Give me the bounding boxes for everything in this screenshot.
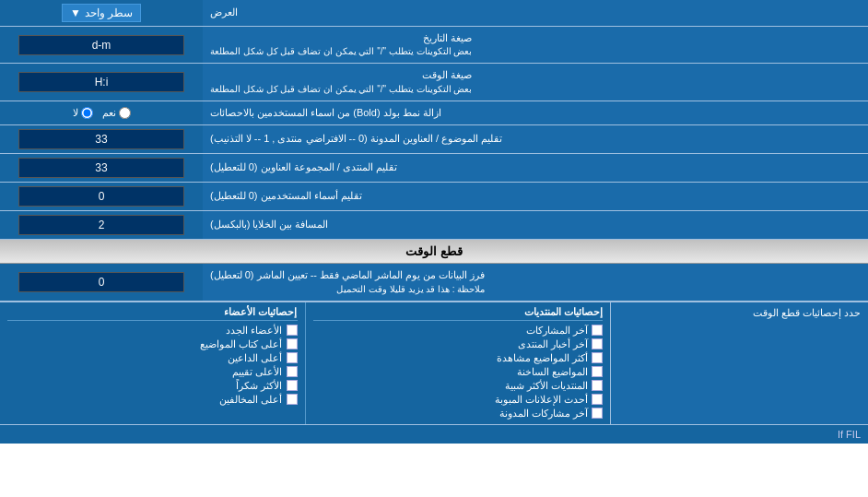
cutoff-input-cell	[0, 264, 203, 300]
cutoff-label: فرز البيانات من يوم الماشر الماضي فقط --…	[203, 264, 868, 300]
bottom-note: If FIL	[0, 424, 868, 444]
user-names-input[interactable]	[18, 186, 184, 207]
cutoff-row: فرز البيانات من يوم الماشر الماضي فقط --…	[0, 264, 868, 301]
radio-no[interactable]	[81, 107, 93, 119]
stats-item: أكثر المواضيع مشاهدة	[313, 351, 604, 365]
time-format-title: صيغة الوقت	[210, 68, 472, 82]
checkbox-icon[interactable]	[592, 366, 603, 377]
cutoff-title: قطع الوقت	[405, 244, 463, 258]
topic-title-title: تقليم الموضوع / العناوين المدونة (0 -- ا…	[210, 132, 502, 146]
forum-group-input-cell	[0, 154, 203, 182]
bold-remove-label: ازالة نمط بولد (Bold) من اسماء المستخدمي…	[203, 101, 868, 124]
dropdown-label: سطر واحد	[85, 6, 133, 19]
radio-no-label[interactable]: لا	[73, 107, 93, 119]
stats-item-text: الأكثر شكراً	[236, 380, 282, 392]
checkbox-icon[interactable]	[287, 366, 298, 377]
checkbox-icon[interactable]	[287, 325, 298, 336]
stats-item: آخر المشاركات	[313, 324, 604, 337]
display-dropdown[interactable]: سطر واحد ▼	[62, 4, 141, 22]
date-format-row: صيغة التاريخ بعض التكوينات يتطلب "/" الت…	[0, 27, 868, 64]
checkbox-icon[interactable]	[592, 380, 603, 391]
gap-input[interactable]	[18, 215, 184, 235]
dropdown-cell: سطر واحد ▼	[0, 0, 203, 26]
stats-item: أعلى كتاب المواضيع	[7, 337, 298, 351]
stats-col1-header: إحصائيات المنتديات	[313, 306, 604, 321]
user-names-input-cell	[0, 183, 203, 210]
header-row: العرض سطر واحد ▼	[0, 0, 868, 27]
topic-title-row: تقليم الموضوع / العناوين المدونة (0 -- ا…	[0, 125, 868, 154]
user-names-row: تقليم أسماء المستخدمين (0 للتعطيل)	[0, 183, 868, 211]
date-format-title: صيغة التاريخ	[210, 31, 472, 45]
time-format-input-cell	[0, 64, 203, 100]
radio-yes-text: نعم	[102, 107, 116, 119]
time-format-input[interactable]	[18, 72, 184, 92]
stats-item: الأعلى تقييم	[7, 365, 298, 379]
checkbox-icon[interactable]	[592, 352, 603, 363]
gap-row: المسافة بين الخلايا (بالبكسل)	[0, 211, 868, 240]
stats-item-text: المنتديات الأكثر شبية	[505, 380, 588, 392]
stats-item-text: أكثر المواضيع مشاهدة	[497, 352, 588, 364]
cutoff-section-header: قطع الوقت	[0, 240, 868, 264]
forum-group-input[interactable]	[18, 158, 184, 178]
stats-item: آخر أخبار المنتدى	[313, 337, 604, 351]
user-names-label: تقليم أسماء المستخدمين (0 للتعطيل)	[203, 183, 868, 210]
stats-item-text: آخر مشاركات المدونة	[499, 408, 588, 420]
checkbox-icon[interactable]	[287, 380, 298, 391]
stats-item: أعلى الداعين	[7, 351, 298, 365]
date-format-input[interactable]	[18, 35, 184, 55]
stats-col2-header: إحصائيات الأعضاء	[7, 306, 298, 321]
stats-item: المنتديات الأكثر شبية	[313, 379, 604, 393]
radio-yes[interactable]	[119, 107, 131, 119]
checkbox-icon[interactable]	[592, 408, 603, 419]
stats-item: المواضيع الساخنة	[313, 365, 604, 379]
stats-item-text: آخر المشاركات	[526, 325, 588, 337]
stats-label: حدد إحصائيات قطع الوقت	[610, 302, 868, 424]
time-format-label: صيغة الوقت بعض التكوينات يتطلب "/" التي …	[203, 64, 868, 100]
checkbox-icon[interactable]	[287, 352, 298, 363]
radio-yes-label[interactable]: نعم	[102, 107, 131, 119]
stats-item: الأكثر شكراً	[7, 379, 298, 393]
stats-col-members: إحصائيات الأعضاء الأعضاء الجدد أعلى كتاب…	[0, 302, 305, 424]
stats-item-text: المواضيع الساخنة	[517, 366, 588, 378]
date-format-input-cell	[0, 27, 203, 63]
gap-title: المسافة بين الخلايا (بالبكسل)	[210, 218, 329, 231]
stats-item-text: أعلى كتاب المواضيع	[200, 338, 282, 350]
cutoff-row-title: فرز البيانات من يوم الماشر الماضي فقط --…	[210, 268, 485, 282]
topic-title-label: تقليم الموضوع / العناوين المدونة (0 -- ا…	[203, 125, 868, 153]
bold-remove-input-cell: نعم لا	[0, 101, 203, 124]
stats-item: أحدث الإعلانات المبوبة	[313, 393, 604, 407]
user-names-title: تقليم أسماء المستخدمين (0 للتعطيل)	[210, 189, 362, 203]
cutoff-input[interactable]	[18, 272, 184, 292]
topic-title-input-cell	[0, 125, 203, 153]
topic-title-input[interactable]	[18, 129, 184, 149]
radio-no-text: لا	[73, 107, 78, 119]
checkbox-icon[interactable]	[592, 325, 603, 336]
checkbox-icon[interactable]	[592, 338, 603, 349]
checkbox-icon[interactable]	[592, 394, 603, 405]
gap-input-cell	[0, 211, 203, 239]
stats-col-forums: إحصائيات المنتديات آخر المشاركات آخر أخب…	[305, 302, 611, 424]
stats-item-text: آخر أخبار المنتدى	[518, 338, 588, 350]
time-format-row: صيغة الوقت بعض التكوينات يتطلب "/" التي …	[0, 64, 868, 101]
bold-remove-row: ازالة نمط بولد (Bold) من اسماء المستخدمي…	[0, 101, 868, 125]
stats-item: الأعضاء الجدد	[7, 324, 298, 337]
forum-group-label: تقليم المنتدى / المجموعة العناوين (0 للت…	[203, 154, 868, 182]
stats-section: حدد إحصائيات قطع الوقت إحصائيات المنتديا…	[0, 302, 868, 424]
stats-item-text: أحدث الإعلانات المبوبة	[495, 394, 588, 406]
bold-remove-title: ازالة نمط بولد (Bold) من اسماء المستخدمي…	[210, 106, 441, 120]
date-format-sublabel: بعض التكوينات يتطلب "/" التي يمكن ان تضا…	[210, 45, 472, 58]
bold-radio-group: نعم لا	[73, 107, 131, 119]
checkbox-icon[interactable]	[287, 338, 298, 349]
gap-label: المسافة بين الخلايا (بالبكسل)	[203, 211, 868, 239]
cutoff-row-sublabel: ملاحظة : هذا قد يزيد قليلا وقت التحميل	[210, 283, 485, 296]
stats-item-text: أعلى الداعين	[228, 352, 282, 364]
header-label: العرض	[203, 0, 868, 26]
checkbox-icon[interactable]	[287, 394, 298, 405]
stats-columns: إحصائيات المنتديات آخر المشاركات آخر أخب…	[0, 302, 610, 424]
time-format-sublabel: بعض التكوينات يتطلب "/" التي يمكن ان تضا…	[210, 83, 472, 96]
stats-item-text: الأعلى تقييم	[232, 366, 282, 378]
chevron-down-icon: ▼	[70, 6, 81, 19]
stats-label-text: حدد إحصائيات قطع الوقت	[753, 307, 861, 318]
forum-group-title: تقليم المنتدى / المجموعة العناوين (0 للت…	[210, 160, 397, 174]
forum-group-row: تقليم المنتدى / المجموعة العناوين (0 للت…	[0, 154, 868, 183]
